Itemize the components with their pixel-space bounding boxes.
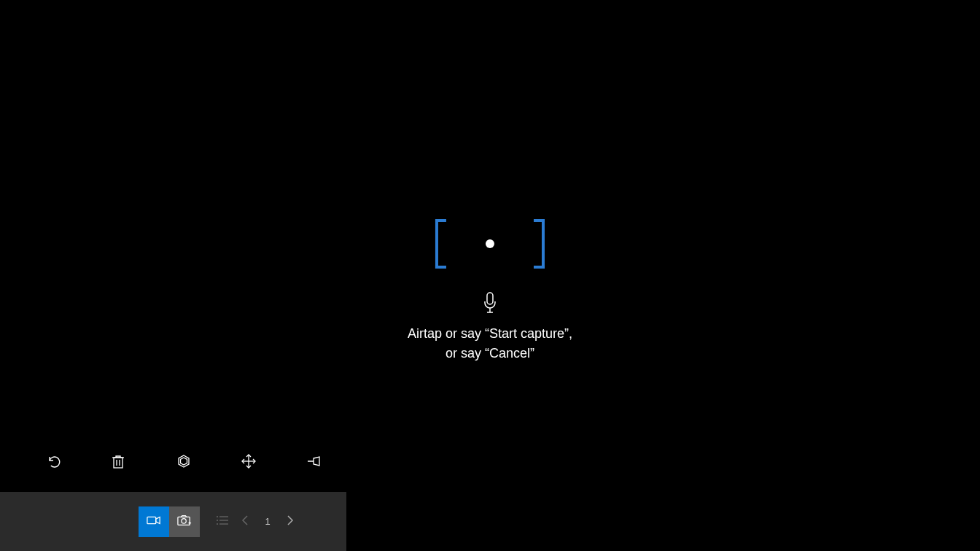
trash-icon <box>111 454 125 471</box>
camera-icon <box>177 514 192 530</box>
video-icon <box>147 514 161 530</box>
next-page-button[interactable] <box>283 514 296 530</box>
capture-instruction: Airtap or say “Start capture”, or say “C… <box>408 324 572 363</box>
chevron-right-icon <box>283 517 296 529</box>
capture-reticle <box>435 219 545 269</box>
svg-marker-12 <box>156 517 160 523</box>
three-d-button[interactable] <box>151 434 216 492</box>
svg-rect-13 <box>178 517 190 525</box>
microphone-icon <box>483 292 497 317</box>
svg-point-17 <box>217 516 218 517</box>
svg-point-14 <box>182 518 186 523</box>
reticle-dot <box>486 239 494 248</box>
delete-button[interactable] <box>85 434 150 492</box>
hexagon-icon <box>176 454 191 471</box>
photo-mode-button[interactable] <box>169 506 200 537</box>
pin-icon <box>306 454 321 471</box>
list-button[interactable] <box>216 515 229 529</box>
bracket-right <box>534 219 545 269</box>
svg-marker-8 <box>180 458 187 465</box>
svg-rect-11 <box>147 517 156 523</box>
pin-button[interactable] <box>281 434 346 492</box>
chevron-left-icon <box>239 517 252 529</box>
prev-page-button[interactable] <box>239 514 252 530</box>
page-number: 1 <box>262 516 273 527</box>
mode-bar: 1 <box>0 492 346 551</box>
svg-point-21 <box>217 523 218 525</box>
video-mode-button[interactable] <box>139 506 169 537</box>
svg-point-19 <box>217 520 218 521</box>
undo-button[interactable] <box>20 434 85 492</box>
tool-row <box>0 434 346 492</box>
svg-rect-3 <box>114 458 122 468</box>
instruction-line-2: or say “Cancel” <box>408 344 572 363</box>
instruction-line-1: Airtap or say “Start capture”, <box>408 324 572 344</box>
undo-icon <box>46 454 61 471</box>
svg-rect-0 <box>487 293 493 304</box>
bracket-left <box>435 219 446 269</box>
capture-viewfinder[interactable]: Airtap or say “Start capture”, or say “C… <box>408 219 572 363</box>
move-button[interactable] <box>216 434 281 492</box>
move-icon <box>241 454 256 471</box>
